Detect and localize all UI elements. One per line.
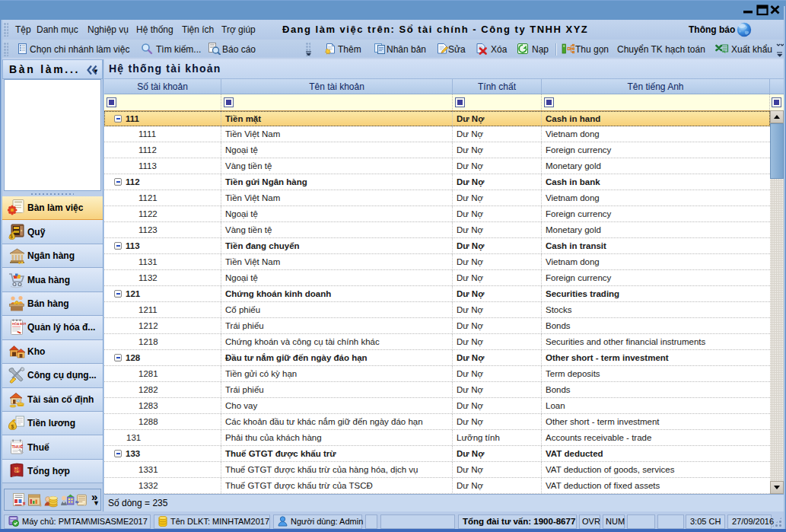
svg-text:THUẾ: THUẾ bbox=[12, 444, 24, 449]
svg-text:$: $ bbox=[11, 424, 14, 430]
svg-text:CÁI: CÁI bbox=[14, 470, 19, 473]
svg-text:$: $ bbox=[10, 234, 13, 240]
svg-text:HÓA ĐƠN: HÓA ĐƠN bbox=[12, 322, 26, 326]
